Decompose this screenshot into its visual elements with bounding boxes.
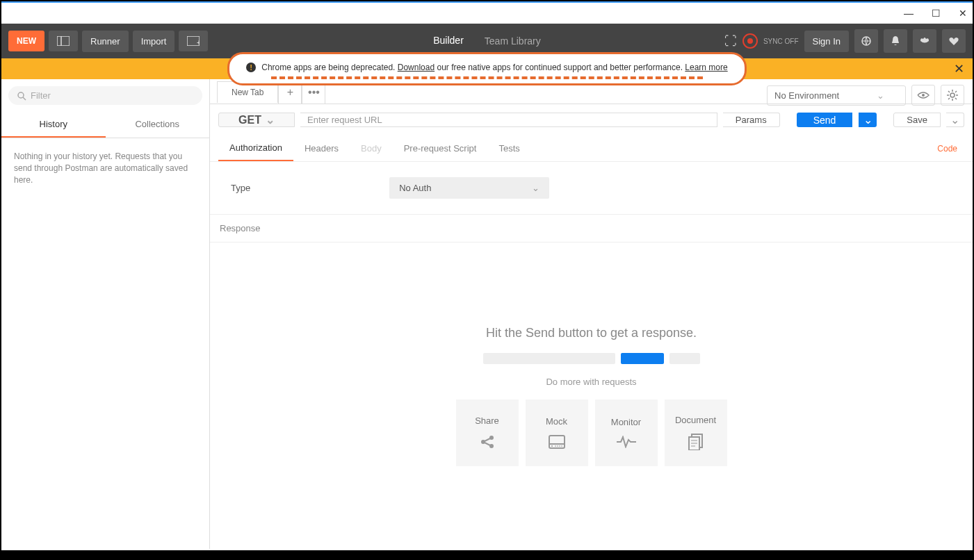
close-window-button[interactable]: ✕ [959, 8, 967, 19]
heartbeat-icon [617, 436, 636, 448]
import-button[interactable]: Import [133, 31, 175, 52]
tests-subtab[interactable]: Tests [487, 136, 530, 160]
server-icon [549, 435, 565, 449]
banner-underline [271, 76, 702, 79]
history-tab[interactable]: History [1, 112, 106, 138]
do-more-label: Do more with requests [546, 377, 636, 387]
body-subtab[interactable]: Body [350, 136, 393, 160]
headers-subtab[interactable]: Headers [293, 136, 350, 160]
chevron-down-icon: ⌄ [950, 113, 959, 126]
share-icon [480, 434, 495, 450]
document-card-label: Document [675, 415, 716, 425]
new-button[interactable]: NEW [8, 31, 44, 51]
method-select[interactable]: GET ⌄ [218, 113, 295, 127]
code-link[interactable]: Code [930, 137, 964, 160]
maximize-button[interactable]: ☐ [932, 8, 941, 19]
chevron-down-icon: ⌄ [877, 90, 884, 101]
capture-icon[interactable]: ⛶ [724, 34, 737, 49]
auth-type-select[interactable]: No Auth ⌄ [389, 177, 549, 199]
response-empty-state: Hit the Send button to get a response. D… [210, 242, 973, 549]
svg-line-7 [23, 97, 26, 100]
heart-icon[interactable] [942, 29, 966, 53]
prerequest-subtab[interactable]: Pre-request Script [393, 136, 488, 160]
response-header: Response [210, 215, 973, 242]
authorization-subtab[interactable]: Authorization [218, 135, 293, 161]
svg-point-6 [18, 92, 24, 98]
banner-text-1: Chrome apps are being deprecated. [261, 63, 397, 72]
main-panel: No Environment ⌄ New Tab + ••• GET ⌄ Ent… [210, 79, 973, 549]
send-button[interactable]: Send [797, 113, 853, 127]
environment-select[interactable]: No Environment ⌄ [767, 85, 906, 106]
browse-icon[interactable] [854, 29, 878, 53]
svg-line-22 [485, 443, 490, 445]
save-dropdown-button[interactable]: ⌄ [946, 113, 964, 127]
alert-icon: ! [246, 63, 256, 72]
share-card[interactable]: Share [456, 400, 519, 466]
chevron-down-icon: ⌄ [532, 183, 539, 193]
filter-placeholder: Filter [31, 90, 51, 101]
url-placeholder: Enter request URL [307, 115, 382, 125]
document-icon [688, 434, 704, 450]
svg-line-21 [485, 438, 490, 441]
chevron-down-icon: ⌄ [863, 113, 872, 126]
filter-input[interactable]: Filter [8, 86, 202, 105]
svg-text:+: + [197, 39, 200, 46]
collections-tab[interactable]: Collections [106, 112, 210, 138]
svg-rect-0 [57, 36, 70, 46]
download-link[interactable]: Download [398, 63, 435, 72]
sync-status-label: SYNC OFF [763, 38, 799, 45]
settings-icon[interactable] [913, 29, 936, 53]
chevron-down-icon: ⌄ [266, 113, 275, 126]
svg-point-25 [551, 445, 553, 447]
share-card-label: Share [475, 415, 499, 426]
banner-text-2: our free native apps for continued suppo… [435, 63, 685, 72]
minimize-button[interactable]: — [904, 8, 914, 19]
auth-type-label: Type [231, 183, 250, 193]
send-dropdown-button[interactable]: ⌄ [859, 113, 877, 127]
response-skeleton [483, 353, 700, 364]
toggle-sidebar-button[interactable] [49, 31, 78, 51]
mock-card-label: Mock [546, 416, 567, 427]
search-icon [17, 91, 26, 101]
sidebar: Filter History Collections Nothing in yo… [1, 79, 210, 549]
new-window-button[interactable]: + [179, 31, 208, 51]
history-empty-message: Nothing in your history yet. Requests th… [1, 138, 209, 198]
sign-in-button[interactable]: Sign In [804, 31, 849, 52]
document-card[interactable]: Document [665, 400, 727, 466]
deprecation-banner: ! Chrome apps are being deprecated. Down… [1, 58, 973, 79]
method-label: GET [238, 114, 261, 126]
panel-icon [57, 36, 70, 46]
banner-close-button[interactable]: ✕ [954, 61, 964, 76]
environment-label: No Environment [774, 90, 839, 101]
new-window-icon: + [187, 36, 200, 46]
monitor-card[interactable]: Monitor [595, 400, 658, 466]
url-input[interactable]: Enter request URL [300, 113, 717, 127]
notifications-icon[interactable] [884, 29, 907, 53]
runner-button[interactable]: Runner [82, 31, 129, 52]
params-button[interactable]: Params [723, 113, 780, 127]
save-button[interactable]: Save [893, 113, 941, 127]
auth-type-value: No Auth [399, 183, 431, 193]
learn-more-link[interactable]: Learn more [685, 63, 727, 72]
mock-card[interactable]: Mock [526, 400, 588, 466]
response-empty-title: Hit the Send button to get a response. [486, 326, 697, 340]
sync-status-icon[interactable] [742, 33, 758, 49]
monitor-card-label: Monitor [611, 417, 641, 427]
window-titlebar: — ☐ ✕ [1, 3, 973, 24]
